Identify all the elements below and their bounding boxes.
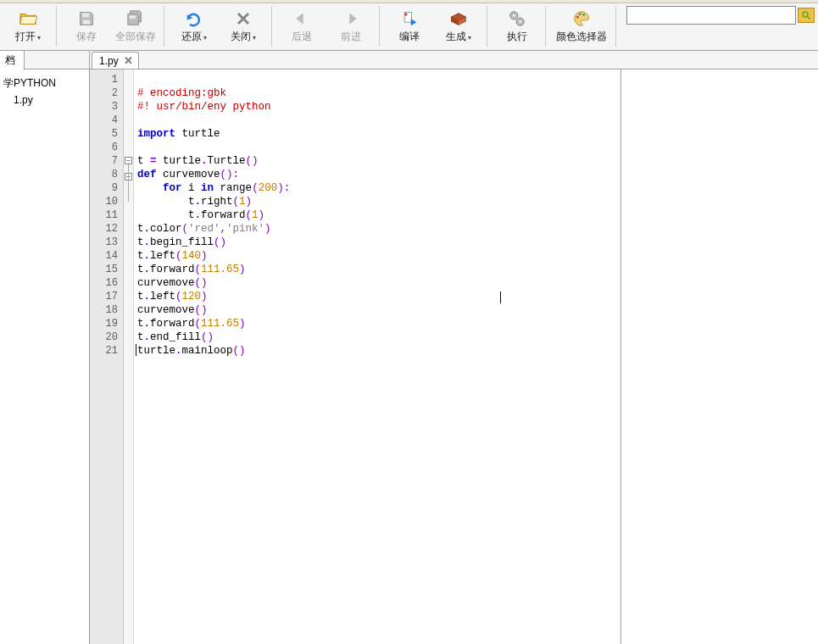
undo-icon: [184, 8, 204, 28]
svg-point-10: [579, 13, 582, 15]
file-tab-label: 1.py: [99, 55, 119, 67]
line-gutter: 123456789101112131415161718192021: [90, 69, 124, 644]
toolbar: 打开▾ 保存 全部保存 还原▾ 关闭▾: [0, 3, 818, 51]
editor-cursor-icon: [500, 291, 501, 303]
file-tab[interactable]: 1.py ✕: [92, 52, 139, 69]
svg-point-8: [519, 20, 521, 23]
floppy-multi-icon: [125, 8, 146, 28]
code-body[interactable]: # encoding:gbk #! usr/bin/eny python imp…: [134, 69, 620, 644]
svg-point-11: [582, 14, 585, 16]
code-editor[interactable]: 123456789101112131415161718192021 −− # e…: [90, 69, 621, 644]
arrow-right-icon: [341, 8, 361, 28]
svg-rect-1: [83, 19, 90, 24]
forward-button[interactable]: 前进: [326, 6, 376, 47]
project-tree: 学PYTHON 1.py: [0, 69, 89, 114]
svg-rect-2: [130, 15, 136, 19]
close-button[interactable]: 关闭▾: [219, 6, 268, 47]
floppy-icon: [76, 8, 97, 28]
tree-folder[interactable]: 学PYTHON: [3, 75, 86, 92]
search-go-icon[interactable]: [798, 8, 815, 23]
arrow-left-icon: [292, 8, 312, 28]
revert-button[interactable]: 还原▾: [170, 6, 219, 47]
open-button[interactable]: 打开▾: [3, 6, 53, 47]
brick-icon: [448, 8, 469, 28]
tab-close-icon[interactable]: ✕: [124, 55, 133, 66]
saveall-button[interactable]: 全部保存: [111, 6, 160, 47]
build-button[interactable]: 生成▾: [434, 6, 483, 47]
run-button[interactable]: 执行: [492, 6, 542, 47]
gears-icon: [507, 8, 527, 28]
sidebar: 档 学PYTHON 1.py: [0, 51, 90, 644]
compile-icon: [399, 8, 420, 28]
svg-point-9: [576, 15, 579, 18]
svg-point-4: [404, 13, 407, 15]
svg-rect-0: [82, 13, 89, 17]
compile-button[interactable]: 编译: [385, 6, 434, 47]
search-input[interactable]: [626, 6, 796, 25]
x-icon: [233, 8, 253, 28]
secondary-pane[interactable]: [621, 69, 818, 644]
tabs-row: 1.py ✕: [90, 51, 818, 69]
folder-open-icon: [18, 8, 38, 28]
colorpicker-button[interactable]: 颜色选择器: [551, 6, 612, 47]
back-button[interactable]: 后退: [277, 6, 326, 47]
editor-caret-icon: [136, 344, 136, 356]
tree-file[interactable]: 1.py: [3, 92, 86, 108]
svg-point-6: [513, 14, 515, 16]
save-button[interactable]: 保存: [62, 6, 111, 47]
svg-point-12: [803, 12, 808, 17]
side-tab-docs[interactable]: 档: [0, 51, 25, 69]
fold-column: −−: [124, 69, 134, 644]
palette-icon: [571, 8, 592, 28]
